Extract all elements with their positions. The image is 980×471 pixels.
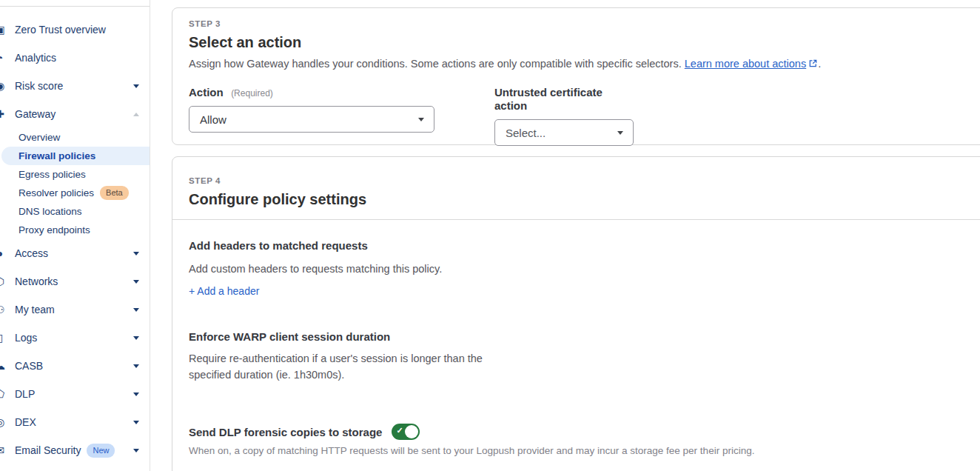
untrusted-certificate-action-field: Untrusted certificate action Select...	[494, 86, 634, 146]
action-select-value: Allow	[200, 113, 226, 126]
sidebar-item-label: CASB	[15, 360, 43, 372]
sidebar-item-zero-trust-overview[interactable]: ▣ Zero Trust overview	[0, 16, 150, 44]
untrusted-certificate-action-select[interactable]: Select...	[494, 119, 634, 146]
sidebar-item-label: Analytics	[15, 52, 56, 64]
sidebar-item-gateway[interactable]: ✚ Gateway	[0, 100, 150, 128]
sidebar-item-label: DNS locations	[19, 206, 82, 217]
gateway-subnav: Overview Firewall policies Egress polici…	[0, 128, 150, 239]
sidebar-item-label: DLP	[15, 388, 35, 400]
step3-title: Select an action	[189, 34, 969, 51]
step3-description: Assign how Gateway handles your conditio…	[189, 58, 969, 70]
casb-icon: ☁	[0, 360, 6, 372]
dlp-forensic-toggle[interactable]: ✓	[392, 424, 420, 440]
chevron-down-icon	[617, 131, 623, 135]
warp-session-title: Enforce WARP client session duration	[189, 330, 969, 343]
sidebar-item-egress-policies[interactable]: Egress policies	[0, 165, 150, 184]
step4-card: STEP 4 Configure policy settings Add hea…	[172, 156, 980, 471]
step3-card: STEP 3 Select an action Assign how Gatew…	[172, 7, 980, 145]
beta-badge: Beta	[100, 186, 129, 200]
sidebar-item-label: My team	[15, 304, 55, 315]
external-link-icon	[808, 59, 818, 70]
chevron-down-icon	[133, 421, 139, 424]
risk-score-icon: ◉	[0, 80, 6, 92]
sidebar-item-label: Gateway	[15, 108, 56, 120]
dlp-forensic-section: Send DLP forensic copies to storage ✓ Wh…	[189, 424, 969, 456]
step4-title: Configure policy settings	[189, 191, 969, 208]
chevron-down-icon	[133, 280, 139, 284]
sidebar-item-label: DEX	[15, 416, 36, 428]
sidebar-item-casb[interactable]: ☁ CASB	[0, 352, 150, 380]
sidebar-item-dlp[interactable]: ⬠ DLP	[0, 380, 150, 408]
step3-fields-row: Action (Required) Allow Untrusted certif…	[189, 86, 969, 146]
sidebar-item-analytics[interactable]: ◔ Analytics	[0, 44, 150, 72]
sidebar-item-risk-score[interactable]: ◉ Risk score	[0, 72, 150, 100]
chevron-down-icon	[418, 118, 424, 121]
sidebar-item-networks[interactable]: ⬡ Networks	[0, 267, 150, 295]
access-icon: ◑	[0, 247, 6, 259]
chevron-up-icon	[133, 113, 139, 116]
sidebar-item-label: Networks	[15, 275, 58, 287]
chevron-down-icon	[133, 449, 139, 452]
add-headers-description: Add custom headers to requests matching …	[189, 263, 969, 275]
step3-description-suffix: .	[818, 58, 821, 70]
sidebar-item-firewall-policies[interactable]: Firewall policies	[1, 147, 150, 165]
chevron-down-icon	[133, 336, 139, 340]
sidebar-item-dns-locations[interactable]: DNS locations	[0, 202, 150, 221]
untrusted-certificate-action-label: Untrusted certificate action	[494, 86, 603, 112]
sidebar-item-label: Zero Trust overview	[15, 24, 106, 36]
action-required-hint: (Required)	[231, 88, 273, 98]
chevron-down-icon	[133, 84, 139, 88]
chevron-down-icon	[133, 252, 139, 255]
email-security-icon: ✉	[0, 444, 6, 456]
gateway-icon: ✚	[0, 108, 6, 120]
action-field: Action (Required) Allow	[189, 86, 434, 146]
dlp-forensic-title: Send DLP forensic copies to storage	[189, 426, 382, 438]
sidebar-item-resolver-policies[interactable]: Resolver policies Beta	[0, 184, 150, 202]
my-team-icon: ⚇	[0, 304, 6, 315]
sidebar-item-label: Access	[15, 247, 48, 259]
sidebar-item-access[interactable]: ◑ Access	[0, 239, 150, 267]
zero-trust-sidebar: ▣ Zero Trust overview ◔ Analytics ◉ Risk…	[0, 0, 150, 471]
action-select[interactable]: Allow	[189, 106, 434, 133]
learn-more-about-actions-link[interactable]: Learn more about actions	[685, 58, 806, 70]
add-a-header-link[interactable]: + Add a header	[189, 285, 259, 297]
chevron-down-icon	[133, 364, 139, 368]
sidebar-item-proxy-endpoints[interactable]: Proxy endpoints	[0, 221, 150, 239]
sidebar-item-label: Firewall policies	[19, 150, 95, 161]
sidebar-item-label: Risk score	[15, 80, 63, 92]
chevron-down-icon	[133, 308, 139, 312]
zero-trust-overview-icon: ▣	[0, 24, 6, 36]
analytics-icon: ◔	[0, 52, 6, 64]
warp-session-description: Require re-authentication if a user's se…	[189, 350, 496, 383]
sidebar-nav: ▣ Zero Trust overview ◔ Analytics ◉ Risk…	[0, 7, 150, 464]
step3-description-text: Assign how Gateway handles your conditio…	[189, 58, 682, 70]
sidebar-item-gateway-overview[interactable]: Overview	[0, 128, 150, 147]
sidebar-item-label: Resolver policies	[19, 187, 94, 198]
dex-icon: ◎	[0, 416, 6, 428]
sidebar-item-email-security[interactable]: ✉ Email Security New	[0, 436, 150, 464]
logs-icon: ▯	[0, 332, 6, 344]
sidebar-item-my-team[interactable]: ⚇ My team	[0, 295, 150, 324]
add-headers-title: Add headers to matched requests	[189, 239, 969, 252]
action-field-label: Action	[189, 86, 224, 98]
dlp-forensic-description: When on, a copy of matching HTTP request…	[189, 445, 969, 456]
sidebar-item-label: Overview	[19, 132, 60, 143]
sidebar-item-label: Logs	[15, 332, 37, 344]
step4-step-label: STEP 4	[189, 176, 969, 185]
untrusted-certificate-select-value: Select...	[506, 127, 546, 139]
sidebar-item-dex[interactable]: ◎ DEX	[0, 408, 150, 436]
toggle-knob	[405, 425, 418, 438]
sidebar-item-label: Egress policies	[19, 169, 86, 180]
step4-header: STEP 4 Configure policy settings	[172, 157, 980, 220]
check-icon: ✓	[396, 426, 403, 435]
chevron-down-icon	[133, 392, 139, 396]
new-badge: New	[87, 444, 115, 458]
step3-step-label: STEP 3	[189, 19, 969, 28]
add-headers-section: Add headers to matched requests Add cust…	[189, 239, 969, 298]
warp-session-section: Enforce WARP client session duration Req…	[189, 330, 969, 383]
networks-icon: ⬡	[0, 275, 6, 287]
sidebar-item-logs[interactable]: ▯ Logs	[0, 324, 150, 352]
sidebar-item-label: Proxy endpoints	[19, 224, 90, 236]
sidebar-item-label: Email Security	[15, 444, 81, 456]
dlp-icon: ⬠	[0, 388, 6, 400]
